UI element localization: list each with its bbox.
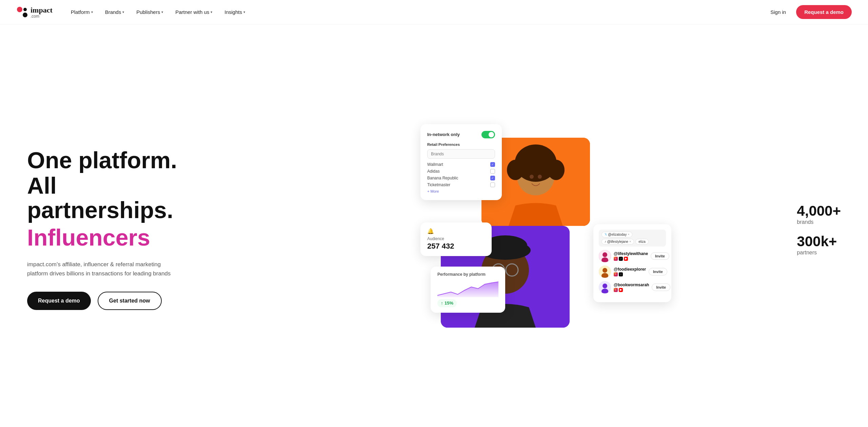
hero-dynamic-word: Influencers (27, 225, 203, 250)
nav-item-platform[interactable]: Platform ▾ (66, 6, 98, 18)
ui-cards-container: In-network only Retail Preferences Wallm… (420, 124, 624, 334)
performance-percent: 15% (445, 300, 453, 306)
avatar-illustration-3 (599, 281, 611, 293)
stat-partners: 300k+ partners (797, 233, 841, 256)
retail-item-banana-republic: Banana Republic ✓ (427, 176, 495, 180)
performance-card: Performance by platform ↑ (431, 267, 505, 313)
inf-tag-tiktok: ♪ @lifestylejane × (601, 239, 634, 245)
remove-tag-icon[interactable]: × (628, 233, 629, 236)
chevron-down-icon: ▾ (243, 10, 245, 14)
retail-item-adidas: Adidas (427, 169, 495, 174)
svg-point-0 (17, 7, 22, 12)
nav-item-publishers[interactable]: Publishers ▾ (132, 6, 168, 18)
avatar-illustration-2 (599, 266, 611, 278)
audience-card: 🔔 Audience 257 432 (420, 222, 492, 256)
retail-preferences-card: In-network only Retail Preferences Wallm… (420, 124, 502, 200)
instagram-icon: i (614, 288, 618, 292)
inf-avatar-2 (599, 266, 611, 278)
inf-social-icons-3: i ▶ (614, 288, 649, 292)
invite-button-2[interactable]: Invite (649, 268, 667, 275)
card-toggle-row: In-network only (427, 131, 495, 138)
logo-text-domain: .com (31, 14, 53, 19)
inf-tag-label-eliza: eliza (638, 240, 646, 244)
inf-tag-twitter: 𝕏 @elizatoday × (601, 232, 632, 237)
retail-section-title: Retail Preferences (427, 142, 495, 147)
nav-item-insights[interactable]: Insights ▾ (220, 6, 250, 18)
brands-search-input[interactable] (427, 149, 495, 159)
influencers-card: 𝕏 @elizatoday × ♪ @lifestylejane × eliza (593, 224, 671, 302)
nav-label-brands: Brands (105, 9, 121, 15)
svg-point-25 (603, 268, 607, 273)
performance-title: Performance by platform (437, 272, 498, 277)
svg-point-8 (548, 160, 565, 180)
inf-info-1: @lifestylewithane i ♪ ▶ (614, 251, 648, 261)
hero-content-right: In-network only Retail Preferences Wallm… (203, 124, 841, 334)
retail-item-ticketmaster: Ticketmaster (427, 182, 495, 187)
retail-item-name: Wallmart (427, 162, 443, 167)
svg-point-12 (538, 175, 542, 179)
instagram-icon: i (614, 272, 618, 276)
stats-panel: 4,000+ brands 300k+ partners (797, 203, 841, 256)
nav-label-platform: Platform (71, 9, 90, 15)
svg-point-10 (535, 148, 550, 167)
retail-item-walmart: Wallmart ✓ (427, 162, 495, 167)
trend-up-icon: ↑ (441, 300, 443, 306)
retail-checkbox-adidas[interactable] (490, 169, 495, 174)
influencer-row-2: @foodieexplorer i ♪ Invite (599, 266, 666, 278)
audience-number: 257 432 (427, 242, 485, 251)
instagram-icon: i (614, 257, 618, 261)
navbar: impact .com Platform ▾ Brands ▾ Publishe… (0, 0, 868, 24)
inf-info-3: @bookwormsarah i ▶ (614, 283, 649, 292)
retail-item-name: Banana Republic (427, 176, 458, 180)
logo[interactable]: impact .com (16, 6, 53, 19)
nav-item-partner-with-us[interactable]: Partner with us ▾ (171, 6, 217, 18)
nav-item-brands[interactable]: Brands ▾ (100, 6, 129, 18)
influencer-search-bar: 𝕏 @elizatoday × ♪ @lifestylejane × eliza (599, 230, 666, 247)
chevron-down-icon: ▾ (161, 10, 163, 14)
nav-label-insights: Insights (224, 9, 242, 15)
youtube-icon: ▶ (619, 288, 623, 292)
logo-icon (16, 6, 28, 18)
svg-point-22 (603, 252, 607, 257)
svg-point-9 (522, 150, 536, 167)
stat-brands-label: brands (797, 219, 841, 225)
performance-chart-svg (437, 280, 498, 297)
svg-point-1 (23, 8, 27, 11)
sign-in-button[interactable]: Sign in (766, 6, 791, 18)
retail-item-name: Adidas (427, 169, 440, 174)
remove-tag-icon[interactable]: × (629, 240, 631, 243)
retail-checkbox-ticketmaster[interactable] (490, 182, 495, 187)
performance-chart (437, 280, 498, 297)
tiktok-icon: ♪ (619, 272, 623, 276)
inf-tag-search: eliza (635, 239, 649, 245)
nav-label-partner-with-us: Partner with us (175, 9, 209, 15)
influencer-row-3: @bookwormsarah i ▶ Invite (599, 281, 666, 293)
request-demo-nav-button[interactable]: Request a demo (796, 5, 852, 19)
hero-description: impact.com's affiliate, influencer & ref… (27, 260, 176, 278)
request-demo-hero-button[interactable]: Request a demo (27, 292, 91, 310)
twitter-icon: 𝕏 (605, 233, 607, 236)
hero-ctas: Request a demo Get started now (27, 292, 203, 310)
inf-name-2: @foodieexplorer (614, 267, 646, 272)
invite-button-3[interactable]: Invite (652, 284, 670, 291)
inf-avatar-3 (599, 281, 611, 293)
nav-right: Sign in Request a demo (766, 5, 852, 19)
invite-button-1[interactable]: Invite (651, 252, 669, 260)
inf-name-1: @lifestylewithane (614, 251, 648, 256)
stat-partners-number: 300k+ (797, 233, 841, 250)
performance-badge: ↑ 15% (437, 299, 457, 307)
hero-heading-line1: One platform. (27, 148, 203, 172)
influencer-row-1: @lifestylewithane i ♪ ▶ Invite (599, 250, 666, 262)
hero-section: One platform. All partnerships. Influenc… (0, 24, 868, 427)
retail-checkbox-walmart[interactable]: ✓ (490, 162, 495, 167)
chevron-down-icon: ▾ (91, 10, 93, 14)
svg-point-7 (507, 160, 524, 180)
bell-icon: 🔔 (427, 228, 485, 234)
retail-checkbox-banana-republic[interactable]: ✓ (490, 176, 495, 180)
nav-label-publishers: Publishers (136, 9, 160, 15)
get-started-button[interactable]: Get started now (98, 292, 162, 310)
more-brands-link[interactable]: + More (427, 189, 495, 193)
hero-content-left: One platform. All partnerships. Influenc… (27, 148, 203, 310)
tiktok-icon: ♪ (619, 257, 623, 261)
in-network-toggle[interactable] (481, 131, 495, 138)
